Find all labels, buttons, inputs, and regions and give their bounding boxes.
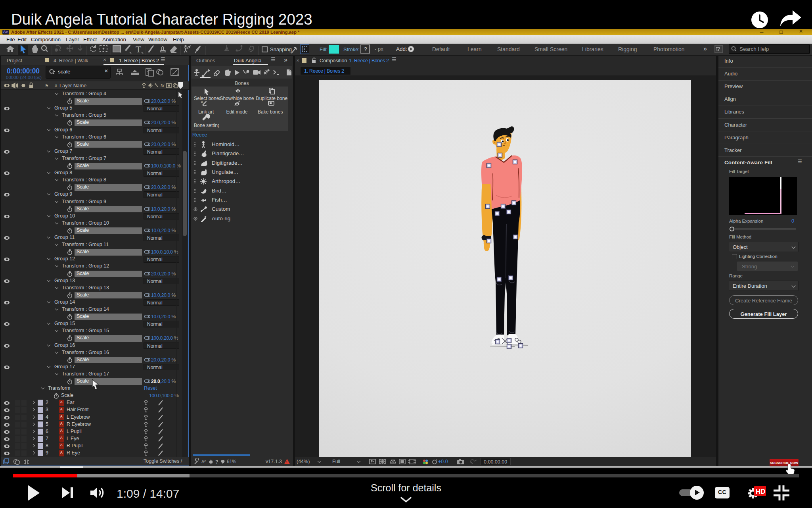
svg-text:fx: fx bbox=[161, 83, 165, 89]
svg-text:⚑: ⚑ bbox=[45, 83, 49, 88]
svg-text:!: ! bbox=[286, 460, 287, 464]
svg-text:?: ? bbox=[215, 459, 218, 465]
svg-text:A²: A² bbox=[201, 459, 206, 464]
svg-text:#: # bbox=[55, 83, 57, 88]
svg-text:T: T bbox=[136, 44, 141, 54]
svg-text:HD: HD bbox=[756, 488, 766, 495]
